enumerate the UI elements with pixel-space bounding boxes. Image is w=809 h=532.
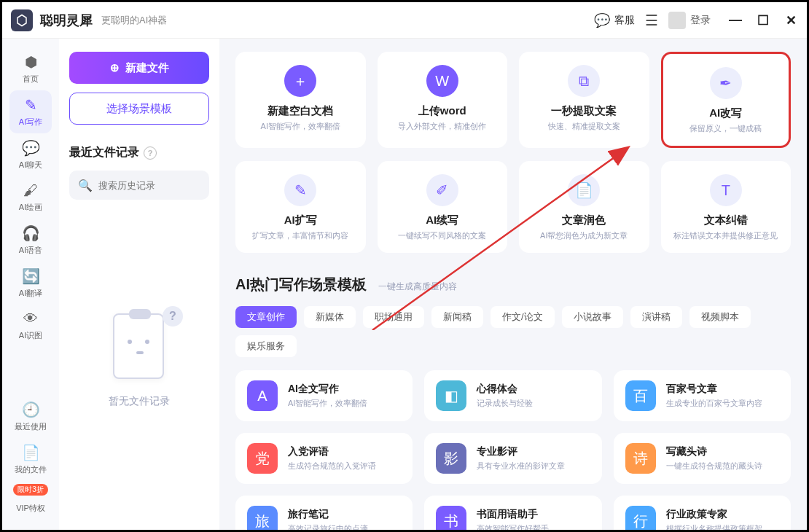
sidebar-item-3[interactable]: 🖌AI绘画 (9, 176, 52, 219)
customer-service-button[interactable]: 💬 客服 (594, 12, 635, 28)
template-subtitle: AI智能写作，效率翻倍 (288, 398, 367, 409)
tool-subtitle: 标注错误文本并提供修正意见 (673, 230, 778, 241)
sidebar-bottom-item-1[interactable]: 📄我的文件 (9, 438, 52, 481)
section-title: AI热门写作场景模板 (235, 275, 367, 294)
menu-icon[interactable]: ☰ (645, 12, 658, 29)
template-card-8[interactable]: 行 行业政策专家 根据行业名称提供政策框架 (614, 496, 791, 530)
nav-icon: 🔄 (22, 267, 40, 285)
template-card-7[interactable]: 书 书面用语助手 高效智能写作好帮手 (424, 496, 601, 530)
template-title: AI全文写作 (288, 383, 367, 396)
tool-title: 一秒提取文案 (551, 104, 617, 118)
sidebar-bottom-item-0[interactable]: 🕘最近使用 (9, 395, 52, 438)
sidebar-item-5[interactable]: 🔄AI翻译 (9, 262, 52, 305)
clipboard-icon: ? (103, 309, 176, 382)
info-icon[interactable]: ? (144, 146, 157, 160)
template-card-5[interactable]: 诗 写藏头诗 一键生成符合规范的藏头诗 (614, 433, 791, 484)
template-title: 心得体会 (477, 383, 533, 396)
tool-icon: ✎ (284, 174, 316, 206)
template-subtitle: 高效智能写作好帮手 (477, 523, 549, 530)
titlebar: 聪明灵犀 更聪明的AI神器 💬 客服 ☰ 登录 — ☐ ✕ (2, 2, 807, 39)
tool-card-文本纠错[interactable]: T 文本纠错 标注错误文本并提供修正意见 (661, 161, 792, 253)
template-card-0[interactable]: A AI全文写作 AI智能写作，效率翻倍 (235, 370, 413, 421)
nav-icon: 👁 (23, 310, 38, 327)
sidebar-item-1[interactable]: ✎AI写作 (9, 90, 52, 133)
tab-2[interactable]: 职场通用 (363, 306, 424, 328)
template-subtitle: 一键生成符合规范的藏头诗 (666, 461, 762, 472)
tool-card-AI续写[interactable]: ✐ AI续写 一键续写不同风格的文案 (378, 161, 508, 253)
tab-1[interactable]: 新媒体 (304, 306, 356, 328)
tool-title: 上传word (418, 104, 466, 118)
nav-icon: 📄 (22, 444, 40, 461)
sidebar-item-4[interactable]: 🎧AI语音 (9, 219, 52, 262)
template-icon: 诗 (625, 443, 656, 474)
sidebar-nav: ⬢首页✎AI写作💬AI聊天🖌AI绘画🎧AI语音🔄AI翻译👁AI识图 🕘最近使用📄… (2, 39, 59, 530)
close-button[interactable]: ✕ (783, 12, 798, 28)
minimize-button[interactable]: — (728, 12, 743, 28)
nav-icon: ⬢ (25, 53, 37, 71)
tool-card-AI扩写[interactable]: ✎ AI扩写 扩写文章，丰富情节和内容 (235, 161, 366, 253)
tool-subtitle: AI帮您润色为成为新文章 (540, 230, 628, 241)
tool-title: 新建空白文档 (267, 104, 333, 118)
svg-marker-0 (17, 15, 26, 26)
search-icon: 🔍 (78, 179, 93, 192)
template-title: 专业影评 (477, 445, 565, 458)
chat-icon: 💬 (594, 12, 610, 28)
template-icon: 旅 (247, 506, 278, 530)
empty-text: 暂无文件记录 (109, 395, 170, 408)
maximize-button[interactable]: ☐ (756, 12, 770, 28)
template-card-4[interactable]: 影 专业影评 具有专业水准的影评文章 (424, 433, 601, 484)
avatar-icon (668, 12, 686, 29)
tool-subtitle: 一键续写不同风格的文案 (398, 230, 486, 241)
template-title: 写藏头诗 (666, 445, 762, 458)
tool-subtitle: 保留原义，一键成稿 (689, 123, 762, 134)
search-box[interactable]: 🔍 (69, 171, 209, 200)
vip-label: VIP特权 (16, 503, 45, 514)
vip-privilege-button[interactable]: VIP特权 (9, 497, 52, 520)
tab-4[interactable]: 作文/论文 (491, 306, 555, 328)
new-file-button[interactable]: ⊕ 新建文件 (69, 52, 209, 84)
tab-7[interactable]: 视频脚本 (689, 306, 751, 328)
tab-5[interactable]: 小说故事 (562, 306, 623, 328)
tool-card-AI改写[interactable]: ✒ AI改写 保留原义，一键成稿 (661, 52, 792, 148)
nav-label: AI聊天 (19, 160, 42, 171)
files-panel: ⊕ 新建文件 选择场景模板 最近文件记录 ? 🔍 (59, 39, 219, 530)
nav-label: AI语音 (19, 245, 42, 256)
tool-card-一秒提取文案[interactable]: ⧉ 一秒提取文案 快速、精准提取文案 (519, 52, 649, 148)
tab-0[interactable]: 文章创作 (235, 306, 297, 328)
tool-title: AI续写 (426, 214, 458, 227)
tool-card-新建空白文档[interactable]: ＋ 新建空白文档 AI智能写作，效率翻倍 (235, 52, 366, 148)
tool-card-文章润色[interactable]: 📄 文章润色 AI帮您润色为成为新文章 (519, 161, 649, 253)
tab-6[interactable]: 演讲稿 (630, 306, 682, 328)
tool-icon: ✐ (426, 174, 458, 206)
vip-discount-badge: 限时3折 (13, 484, 48, 496)
template-card-2[interactable]: 百 百家号文章 生成专业的百家号文章内容 (614, 370, 791, 421)
template-card-3[interactable]: 党 入党评语 生成符合规范的入党评语 (235, 433, 413, 484)
sidebar-item-6[interactable]: 👁AI识图 (9, 305, 52, 347)
tool-subtitle: 导入外部文件，精准创作 (398, 121, 486, 132)
search-input[interactable] (98, 180, 221, 191)
template-title: 百家号文章 (666, 383, 762, 396)
tool-icon: ＋ (284, 65, 316, 97)
login-button[interactable]: 登录 (668, 12, 711, 29)
sidebar-item-0[interactable]: ⬢首页 (9, 47, 52, 90)
tool-subtitle: 快速、精准提取文案 (548, 121, 620, 132)
tab-3[interactable]: 新闻稿 (431, 306, 483, 328)
select-template-button[interactable]: 选择场景模板 (69, 93, 209, 125)
nav-icon: 🖌 (23, 182, 38, 199)
template-card-1[interactable]: ◧ 心得体会 记录成长与经验 (424, 370, 601, 421)
template-subtitle: 记录成长与经验 (477, 398, 533, 409)
template-icon: 百 (625, 380, 656, 411)
sidebar-item-2[interactable]: 💬AI聊天 (9, 133, 52, 176)
login-label: 登录 (690, 14, 711, 27)
tool-card-上传word[interactable]: W 上传word 导入外部文件，精准创作 (378, 52, 508, 148)
tool-title: 文本纠错 (704, 214, 748, 227)
tab-8[interactable]: 娱乐服务 (235, 335, 297, 357)
empty-state: ? 暂无文件记录 (69, 200, 209, 517)
tool-icon: ⧉ (568, 65, 600, 97)
template-icon: 党 (247, 443, 278, 474)
app-logo-icon (11, 9, 33, 31)
tool-title: AI扩写 (284, 214, 317, 227)
template-card-6[interactable]: 旅 旅行笔记 高效记录旅行中的点滴 (235, 496, 413, 530)
nav-label: AI翻译 (19, 288, 42, 299)
template-icon: 行 (625, 506, 656, 530)
